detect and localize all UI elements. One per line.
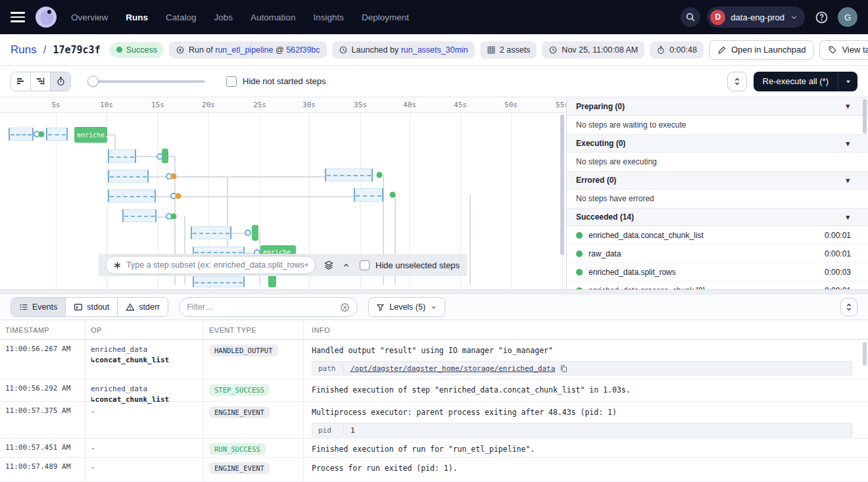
- step-row[interactable]: enriched_data.process_chunk [0]0:00:01: [567, 281, 868, 290]
- gantt-waiting-box[interactable]: [46, 128, 68, 141]
- question-icon: [815, 11, 829, 24]
- layers-icon[interactable]: [324, 260, 334, 270]
- steps-section-header[interactable]: Preparing (0)▾: [567, 97, 868, 116]
- log-info: Process for run exited (pid: 1).: [304, 458, 868, 481]
- dagster-logo[interactable]: [36, 7, 57, 28]
- step-row[interactable]: enriched_data.concat_chunk_list0:00:01: [567, 226, 868, 245]
- log-scrollbar[interactable]: [863, 342, 867, 366]
- gantt-scrollbar[interactable]: [560, 114, 564, 255]
- step-subset-input[interactable]: [126, 260, 308, 270]
- hamburger-menu-icon[interactable]: [11, 12, 25, 22]
- gantt-waiting-box[interactable]: [108, 149, 136, 163]
- gantt-connector-line: [176, 176, 325, 178]
- gantt-step-bar[interactable]: [268, 275, 276, 287]
- steps-section-header[interactable]: Succeeded (14)▾: [567, 208, 868, 226]
- log-info-text: Process for run exited (pid: 1).: [312, 464, 860, 473]
- gantt-waiting-box[interactable]: [191, 226, 231, 239]
- reexecute-button[interactable]: Re-execute all (*): [754, 72, 857, 91]
- nav-link-deployment[interactable]: Deployment: [362, 12, 409, 22]
- grid-icon: [487, 45, 496, 55]
- gantt-axis-tick: 45s: [454, 101, 467, 109]
- hide-unselected-checkbox[interactable]: [360, 260, 370, 270]
- gantt-zoom-slider[interactable]: [89, 80, 205, 83]
- nav-link-overview[interactable]: Overview: [71, 12, 108, 22]
- main-nav-links: OverviewRunsCatalogJobsAutomationInsight…: [71, 12, 409, 22]
- breadcrumb-separator: /: [43, 43, 47, 57]
- steps-section-header[interactable]: Errored (0)▾: [567, 171, 868, 189]
- view-tags-and-config-button[interactable]: View tags and config: [819, 40, 868, 60]
- waterfall-view-icon: [36, 76, 45, 86]
- gantt-marker-dot-orange: [176, 193, 181, 199]
- clear-filter-icon[interactable]: [340, 302, 350, 312]
- timed-view-icon: [56, 76, 66, 86]
- gantt-waiting-box[interactable]: [325, 168, 373, 181]
- view-mode-timed[interactable]: [51, 72, 70, 91]
- gantt-axis-tick: 25s: [253, 101, 266, 109]
- gantt-axis-tick: 55s: [556, 101, 566, 109]
- tag-text: Nov 25, 11:00:08 AM: [562, 45, 638, 55]
- help-button[interactable]: [811, 7, 831, 27]
- gantt-toolbar: Hide not started steps Re-execute all (*…: [0, 66, 868, 97]
- step-row[interactable]: enriched_data.split_rows0:00:03: [567, 263, 868, 281]
- hide-not-started-toggle[interactable]: Hide not started steps: [226, 76, 326, 87]
- step-name: raw_data: [589, 249, 621, 258]
- nav-link-runs[interactable]: Runs: [126, 12, 148, 22]
- panel-scrollbar[interactable]: [863, 99, 867, 133]
- status-dot: [116, 47, 122, 53]
- gantt-connector-line: [180, 196, 354, 197]
- slider-knob[interactable]: [87, 76, 99, 87]
- search-button[interactable]: [681, 7, 700, 27]
- gantt-connector-line: [156, 196, 172, 197]
- log-scroll-button[interactable]: [840, 298, 857, 316]
- steps-section-header[interactable]: Executing (0)▾: [567, 134, 868, 153]
- metadata-path-link[interactable]: /opt/dagster/dagster_home/storage/enrich…: [350, 364, 555, 373]
- reexecute-caret[interactable]: [838, 72, 857, 91]
- gantt-waiting-box[interactable]: [108, 170, 149, 183]
- nav-link-automation[interactable]: Automation: [251, 12, 295, 22]
- tag-segment: Launched by: [352, 45, 401, 55]
- log-info-text: Handled output "result" using IO manager…: [312, 346, 860, 355]
- sort-icon: [733, 77, 742, 86]
- tag-link[interactable]: 562f39bc: [286, 45, 320, 55]
- levels-dropdown[interactable]: Levels (5): [368, 297, 445, 317]
- expand-collapse-button[interactable]: [727, 72, 747, 91]
- view-mode-waterfall[interactable]: [31, 72, 51, 91]
- hide-not-started-checkbox[interactable]: [226, 76, 237, 87]
- nav-link-jobs[interactable]: Jobs: [214, 12, 233, 22]
- gantt-axis-tick: 10s: [100, 101, 113, 109]
- run-id: 17e79c3f: [53, 44, 100, 56]
- tab-stderr[interactable]: stderr: [118, 298, 168, 316]
- top-navigation-bar: OverviewRunsCatalogJobsAutomationInsight…: [0, 0, 868, 34]
- gantt-waiting-box[interactable]: [354, 188, 383, 202]
- hide-unselected-toggle[interactable]: Hide unselected steps: [360, 260, 460, 270]
- gantt-step-bar[interactable]: enriche.: [74, 127, 107, 143]
- gantt-waiting-box[interactable]: [9, 128, 34, 141]
- metadata-key: pid: [312, 426, 344, 435]
- gantt-step-bar[interactable]: [252, 225, 258, 241]
- log-filter-input[interactable]: [187, 302, 336, 312]
- gantt-waiting-box[interactable]: [122, 209, 157, 222]
- tab-stdout[interactable]: stdout: [66, 298, 118, 316]
- step-row[interactable]: raw_data0:00:01: [567, 245, 868, 263]
- breadcrumb-runs-link[interactable]: Runs: [11, 43, 37, 57]
- tab-events[interactable]: Events: [11, 298, 66, 316]
- nav-link-catalog[interactable]: Catalog: [166, 12, 197, 22]
- log-filter: [179, 297, 358, 317]
- user-avatar[interactable]: G: [838, 7, 857, 27]
- chevron-up-icon[interactable]: [342, 261, 350, 270]
- gantt-waiting-box[interactable]: [108, 189, 156, 203]
- gantt-view-mode-group: [11, 72, 71, 91]
- nav-link-insights[interactable]: Insights: [313, 12, 344, 22]
- tag-segment: Nov 25, 11:00:08 AM: [562, 45, 638, 55]
- log-row: 11:00:56.267 AMenriched_data↳concat_chun…: [0, 340, 868, 379]
- view-mode-flat[interactable]: [11, 72, 31, 91]
- copy-icon[interactable]: [560, 364, 568, 373]
- gantt-waiting-box[interactable]: [193, 276, 245, 287]
- steps-section-title: Preparing (0): [576, 102, 625, 111]
- tag-link[interactable]: run_assets_30min: [401, 45, 468, 55]
- tag-link[interactable]: run_etl_pipeline: [215, 45, 273, 55]
- workspace-switcher[interactable]: D data-eng-prod: [707, 7, 805, 28]
- gantt-axis-tick: 40s: [403, 101, 416, 109]
- button-label: View tags and config: [842, 45, 868, 55]
- open-in-launchpad-button[interactable]: Open in Launchpad: [709, 40, 814, 60]
